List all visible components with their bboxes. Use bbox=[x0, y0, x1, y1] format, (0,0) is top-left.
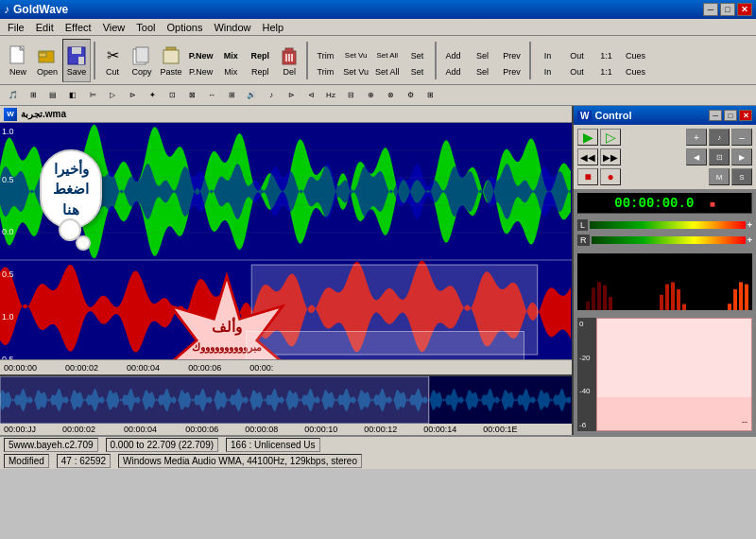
tb2-icon-20[interactable]: ⊗ bbox=[381, 87, 400, 104]
zoom-in-button[interactable]: In In bbox=[534, 39, 562, 82]
btl-08: 00:00:08 bbox=[245, 425, 278, 434]
cut-button[interactable]: ✂ Cut bbox=[98, 39, 127, 82]
freq-20: -20 bbox=[579, 354, 594, 362]
save-button[interactable]: Save bbox=[62, 39, 91, 82]
mix-button[interactable]: Mix Mix bbox=[216, 39, 245, 82]
tb2-icon-18[interactable]: ⊟ bbox=[341, 87, 360, 104]
bal-left-button[interactable]: ◀ bbox=[686, 148, 707, 165]
tb2-icon-14[interactable]: ♪ bbox=[262, 87, 281, 104]
tb2-icon-11[interactable]: ↔ bbox=[202, 87, 221, 104]
play-button[interactable]: ▶ bbox=[577, 129, 598, 146]
btl-14: 00:00:14 bbox=[423, 425, 456, 434]
svg-rect-6 bbox=[78, 57, 84, 64]
prev-button[interactable]: Prev Prev bbox=[498, 39, 526, 82]
tb2-icon-17[interactable]: Hz bbox=[321, 87, 340, 104]
tb2-icon-2[interactable]: ⊞ bbox=[24, 87, 43, 104]
tb2-icon-3[interactable]: ▤ bbox=[43, 87, 62, 104]
time-value: 00:00:00.0 bbox=[614, 196, 694, 211]
status-url: 5www.bayeh.c2.709 bbox=[4, 438, 98, 452]
tb2-icon-12[interactable]: ⊞ bbox=[222, 87, 241, 104]
status-range: 0.000 to 22.709 (22.709) bbox=[106, 438, 219, 452]
cut-label: Cut bbox=[106, 67, 119, 77]
vol-up-button[interactable]: + bbox=[686, 129, 707, 146]
prev-label: Prev bbox=[503, 67, 521, 77]
pnew-label: P.New bbox=[189, 67, 213, 77]
menu-options[interactable]: Options bbox=[161, 21, 208, 34]
menu-help[interactable]: Help bbox=[257, 21, 290, 34]
cloud-text: وأخيرا اضغط هنا bbox=[40, 149, 102, 230]
menu-window[interactable]: Window bbox=[208, 21, 256, 34]
cues-button[interactable]: Cues Cues bbox=[622, 39, 650, 82]
menu-effect[interactable]: Effect bbox=[60, 21, 97, 34]
mute-button[interactable]: M bbox=[709, 168, 730, 185]
set-vu-button[interactable]: Set Vu Set Vu bbox=[340, 39, 371, 82]
sel-label: Sel bbox=[476, 67, 489, 77]
tb2-icon-21[interactable]: ⚙ bbox=[401, 87, 420, 104]
tb2-icon-10[interactable]: ⊠ bbox=[182, 87, 201, 104]
tb2-icon-15[interactable]: ⊳ bbox=[282, 87, 301, 104]
tb2-icon-4[interactable]: ◧ bbox=[63, 87, 82, 104]
zoom-11-button[interactable]: 1:1 1:1 bbox=[593, 39, 621, 82]
tb2-icon-19[interactable]: ⊕ bbox=[361, 87, 380, 104]
close-button[interactable]: ✕ bbox=[737, 3, 752, 16]
vol-down-button[interactable]: – bbox=[731, 129, 752, 146]
svg-rect-3 bbox=[39, 53, 46, 57]
copy-button[interactable]: Copy bbox=[128, 39, 156, 82]
tb2-icon-7[interactable]: ⊳ bbox=[123, 87, 142, 104]
scale-0.5-top: 0.5 bbox=[2, 175, 14, 184]
menu-edit[interactable]: Edit bbox=[30, 21, 60, 34]
menu-file[interactable]: File bbox=[2, 21, 30, 34]
pnew-button[interactable]: P.New P.New bbox=[186, 39, 215, 82]
control-close[interactable]: ✕ bbox=[739, 110, 752, 121]
toolbar: New Open Save ✂ Cut Copy bbox=[0, 36, 756, 85]
new-button[interactable]: New bbox=[4, 39, 32, 82]
scale-0.0-top: 0.0 bbox=[2, 227, 14, 236]
zoom-11-label: 1:1 bbox=[600, 67, 612, 77]
tb2-icon-6[interactable]: ▷ bbox=[103, 87, 122, 104]
rewind-button[interactable]: ◀◀ bbox=[577, 148, 598, 165]
R-label: R bbox=[577, 235, 590, 246]
tb2-icon-5[interactable]: ⊨ bbox=[83, 87, 102, 104]
zoom-out-label: Out bbox=[570, 67, 584, 77]
app-icon: ♪ bbox=[4, 3, 9, 16]
status-info: 166 : Unlicensed Us bbox=[226, 438, 320, 452]
lr-indicator: L + bbox=[577, 219, 752, 231]
cloud-annotation: وأخيرا اضغط هنا bbox=[9, 142, 132, 236]
btl-12: 00:00:12 bbox=[364, 425, 397, 434]
tb2-icon-8[interactable]: ✦ bbox=[143, 87, 162, 104]
repl-button[interactable]: Repl Repl bbox=[246, 39, 274, 82]
del-button[interactable]: Del bbox=[275, 39, 303, 82]
tb2-icon-13[interactable]: 🔊 bbox=[242, 87, 261, 104]
control-maximize[interactable]: □ bbox=[724, 110, 737, 121]
zoom-out-icon: Out bbox=[566, 44, 589, 67]
fast-fwd-button[interactable]: ▶▶ bbox=[600, 148, 621, 165]
play-sel-button[interactable]: ▷ bbox=[600, 129, 621, 146]
tb2-icon-16[interactable]: ⊲ bbox=[301, 87, 320, 104]
trim-button[interactable]: Trim Trim bbox=[311, 39, 339, 82]
status-modified: Modified bbox=[4, 454, 49, 468]
solo-button[interactable]: S bbox=[731, 168, 752, 185]
bal-right-button[interactable]: ▶ bbox=[731, 148, 752, 165]
record-button[interactable]: ● bbox=[600, 168, 621, 185]
sel-button[interactable]: Sel Sel bbox=[469, 39, 497, 82]
open-button[interactable]: Open bbox=[33, 39, 61, 82]
set-button[interactable]: Set Set bbox=[404, 39, 432, 82]
control-minimize[interactable]: ─ bbox=[709, 110, 722, 121]
tb2-icon-22[interactable]: ⊞ bbox=[421, 87, 439, 104]
tb2-icon-1[interactable]: 🎵 bbox=[4, 87, 23, 104]
minimize-button[interactable]: ─ bbox=[703, 3, 718, 16]
menu-view[interactable]: View bbox=[97, 21, 131, 34]
maximize-button[interactable]: □ bbox=[720, 3, 735, 16]
add-button[interactable]: Add Add bbox=[439, 39, 468, 82]
separator-1 bbox=[94, 42, 95, 79]
tb2-icon-9[interactable]: ⊡ bbox=[163, 87, 181, 104]
menu-tool[interactable]: Tool bbox=[130, 21, 161, 34]
zoom-out-button[interactable]: Out Out bbox=[563, 39, 592, 82]
paste-button[interactable]: Paste bbox=[157, 39, 185, 82]
stop-button[interactable]: ■ bbox=[577, 168, 598, 185]
set-all-button[interactable]: Set All Set All bbox=[372, 39, 403, 82]
title-bar: ♪ GoldWave ─ □ ✕ bbox=[0, 0, 756, 19]
overview-strip[interactable] bbox=[0, 374, 572, 422]
channels-container[interactable]: 1.0 0.5 0.0 0.5 1.0 0.5 0.0 وأخيرا اضغط … bbox=[0, 123, 572, 359]
title-bar-left: ♪ GoldWave bbox=[4, 3, 68, 16]
